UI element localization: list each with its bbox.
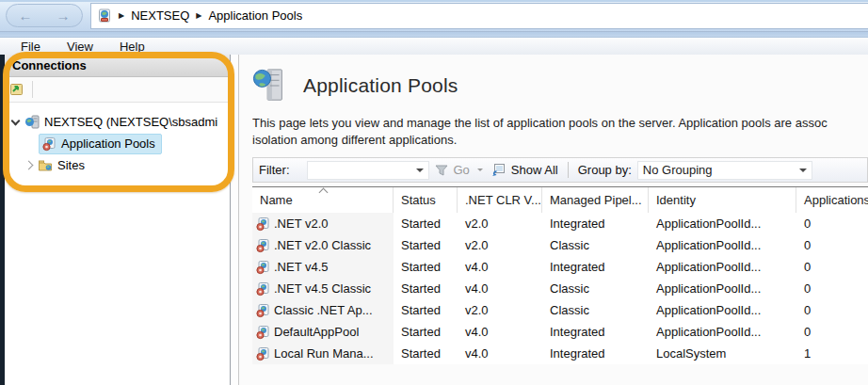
iis-logo-icon	[97, 8, 112, 24]
cell-status: Started	[394, 278, 458, 299]
breadcrumb[interactable]: ▶ NEXTSEQ ▶ Application Pools	[90, 3, 868, 29]
cell-name: Local Run Mana...	[274, 346, 374, 361]
cell-clr-version: v2.0	[458, 213, 542, 234]
cell-identity: ApplicationPoolId...	[649, 278, 796, 299]
tree-item-application-pools-label: Application Pools	[61, 136, 155, 151]
back-icon[interactable]: ←	[19, 8, 33, 23]
tree-item-application-pools[interactable]: Application Pools	[5, 133, 230, 154]
group-by-dropdown-icon[interactable]	[799, 168, 807, 172]
server-icon	[24, 115, 40, 130]
cell-applications: 0	[796, 234, 868, 256]
cell-status: Started	[394, 256, 458, 278]
table-body: .NET v2.0 Started v2.0 Integrated Applic…	[252, 213, 868, 364]
cell-status: Started	[394, 321, 458, 343]
table-row[interactable]: .NET v4.5 Classic Started v4.0 Classic A…	[252, 278, 868, 299]
breadcrumb-arrow-icon: ▶	[196, 11, 201, 20]
app-pool-icon	[255, 346, 270, 361]
funnel-icon	[435, 164, 448, 177]
sites-folder-icon	[38, 158, 53, 173]
cell-status: Started	[394, 213, 458, 234]
column-header-applications[interactable]: Applications	[796, 187, 868, 213]
cell-pipeline: Classic	[542, 299, 649, 321]
column-header-identity[interactable]: Identity	[649, 187, 796, 213]
cell-clr-version: v4.0	[458, 343, 542, 364]
cell-applications: 0	[796, 299, 868, 321]
table-row[interactable]: .NET v2.0 Started v2.0 Integrated Applic…	[252, 213, 868, 234]
menubar: File View Help	[0, 38, 868, 55]
cell-identity: LocalSystem	[649, 343, 796, 364]
new-connection-icon[interactable]	[9, 82, 24, 97]
app-pool-icon	[255, 217, 270, 232]
app-pools-table: Name Status .NET CLR V... Managed Pipel.…	[252, 186, 868, 364]
go-button[interactable]: Go	[454, 163, 470, 177]
breadcrumb-server[interactable]: NEXTSEQ	[131, 8, 189, 23]
description-line-1: This page lets you view and manage the l…	[252, 115, 868, 132]
panel-splitter[interactable]	[231, 55, 239, 385]
app-pool-icon	[255, 238, 270, 253]
cell-name: .NET v4.5 Classic	[274, 281, 371, 296]
table-row[interactable]: .NET v4.5 Started v4.0 Integrated Applic…	[252, 256, 868, 278]
table-row[interactable]: .NET v2.0 Classic Started v2.0 Classic A…	[252, 234, 868, 256]
cell-applications: 0	[796, 278, 868, 299]
nav-buttons: ← →	[6, 4, 83, 27]
cell-identity: ApplicationPoolId...	[649, 234, 796, 256]
cell-name: Classic .NET Ap...	[274, 303, 373, 317]
connections-tree: NEXTSEQ (NEXTSEQ\sbsadmi Application Poo…	[5, 103, 230, 385]
cell-clr-version: v4.0	[458, 321, 542, 343]
cell-identity: ApplicationPoolId...	[649, 321, 796, 343]
page-title: Application Pools	[303, 74, 458, 97]
table-row[interactable]: Local Run Mana... Started v4.0 Integrate…	[252, 343, 868, 364]
filter-toolbar: Filter: Go Show All Group by:	[252, 157, 868, 183]
cell-pipeline: Classic	[542, 278, 649, 299]
menu-file[interactable]: File	[21, 40, 40, 55]
breadcrumb-page[interactable]: Application Pools	[208, 8, 302, 23]
go-dropdown-icon[interactable]	[477, 168, 483, 171]
page-description: This page lets you view and manage the l…	[252, 115, 868, 149]
forward-icon[interactable]: →	[56, 8, 71, 23]
cell-pipeline: Classic	[542, 234, 649, 256]
cell-applications: 0	[796, 256, 868, 278]
show-all-icon	[490, 163, 506, 178]
column-header-pipeline[interactable]: Managed Pipel...	[542, 187, 649, 213]
cell-pipeline: Integrated	[542, 321, 649, 343]
chevron-right-icon[interactable]	[24, 161, 34, 170]
application-pools-icon	[41, 136, 56, 152]
titlebar: ← → ▶ NEXTSEQ ▶ Application Pools	[0, 0, 868, 32]
table-row[interactable]: DefaultAppPool Started v4.0 Integrated A…	[252, 321, 868, 343]
cell-name: DefaultAppPool	[274, 325, 359, 339]
group-by-select[interactable]: No Grouping	[637, 161, 812, 180]
filter-input[interactable]	[307, 161, 429, 180]
cell-status: Started	[394, 299, 458, 321]
breadcrumb-arrow-icon: ▶	[119, 11, 124, 20]
connections-toolbar	[5, 77, 230, 103]
cell-status: Started	[394, 234, 458, 256]
menu-help[interactable]: Help	[120, 40, 145, 55]
toolbar-separator	[568, 162, 569, 178]
cell-pipeline: Integrated	[542, 256, 649, 278]
cell-pipeline: Integrated	[542, 343, 649, 364]
table-row[interactable]: Classic .NET Ap... Started v2.0 Classic …	[252, 299, 868, 321]
toolbar-separator	[32, 81, 33, 98]
tree-item-server-label: NEXTSEQ (NEXTSEQ\sbsadmi	[44, 115, 217, 129]
app-pool-icon	[255, 303, 270, 318]
menu-view[interactable]: View	[67, 40, 93, 55]
table-header-row: Name Status .NET CLR V... Managed Pipel.…	[252, 187, 868, 213]
app-pool-icon	[255, 281, 270, 297]
connections-panel: Connections NEXTSEQ (NEXTSEQ\sbsadmi	[5, 55, 231, 385]
group-by-label: Group by:	[578, 163, 632, 177]
tree-item-sites[interactable]: Sites	[5, 154, 230, 176]
cell-clr-version: v2.0	[458, 234, 542, 256]
show-all-button[interactable]: Show All	[511, 163, 558, 177]
cell-identity: ApplicationPoolId...	[649, 299, 796, 321]
cell-identity: ApplicationPoolId...	[649, 256, 796, 278]
group-by-value: No Grouping	[643, 163, 713, 177]
tree-item-server[interactable]: NEXTSEQ (NEXTSEQ\sbsadmi	[5, 111, 230, 133]
filter-dropdown-icon[interactable]	[416, 168, 424, 172]
column-header-status[interactable]: Status	[394, 187, 458, 213]
cell-applications: 0	[796, 321, 868, 343]
cell-applications: 0	[796, 213, 868, 234]
cell-name: .NET v2.0 Classic	[274, 238, 371, 252]
cell-pipeline: Integrated	[542, 213, 649, 234]
column-header-clr-version[interactable]: .NET CLR V...	[458, 187, 542, 213]
chevron-down-icon[interactable]	[11, 116, 21, 125]
